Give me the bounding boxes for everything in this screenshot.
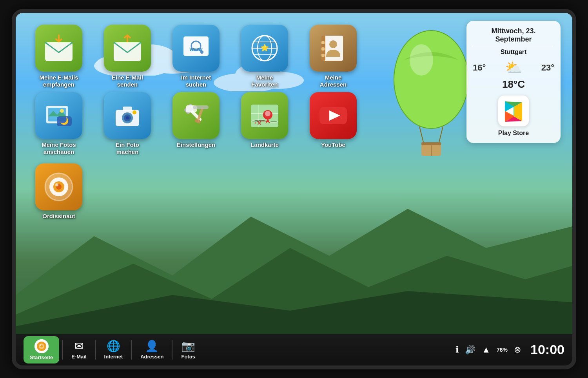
app-camera[interactable]: Ein Fotomachen [96, 92, 159, 156]
svg-point-43 [126, 116, 129, 119]
weather-date: Mittwoch, 23. September [473, 27, 554, 43]
weather-current-temp: 18°C [473, 78, 554, 90]
svg-point-45 [132, 110, 136, 114]
taskbar-email[interactable]: ✉ E-Mail [66, 337, 92, 362]
play-store-icon[interactable] [498, 95, 529, 127]
weather-divider [473, 46, 554, 46]
taskbar-divider-2 [95, 340, 96, 360]
app-photos[interactable]: 🌙 Meine Fotosanschauen [27, 92, 90, 156]
svg-text:⭐: ⭐ [260, 43, 269, 52]
app-ordissinaut[interactable]: Ordissinaut [27, 163, 90, 220]
app-label-ordissinaut: Ordissinaut [42, 213, 75, 220]
play-store-section[interactable]: Play Store [473, 95, 554, 137]
app-favorites[interactable]: ⭐ MeineFavoriten [233, 25, 296, 88]
app-icon-email-recv [35, 25, 82, 72]
app-icon-camera [104, 92, 151, 139]
weather-widget: Mittwoch, 23. September Stuttgart 16° ⛅ … [466, 21, 561, 143]
app-icon-ordissinaut [35, 163, 82, 210]
app-label-youtube: YouTube [321, 141, 345, 148]
temp-high: 23° [541, 63, 554, 73]
svg-rect-44 [123, 107, 132, 111]
svg-point-37 [60, 109, 64, 113]
taskbar-photos-icon: 📷 [181, 340, 195, 353]
app-youtube[interactable]: YouTube [302, 92, 365, 148]
taskbar-divider-4 [172, 340, 172, 360]
app-settings[interactable]: Einstellungen [165, 92, 227, 148]
app-icon-photos: 🌙 [35, 92, 82, 139]
app-label-contacts: MeineAdressen [320, 74, 347, 88]
app-internet[interactable]: www Im Internetsuchen [165, 25, 227, 88]
volume-icon[interactable]: 🔊 [465, 345, 475, 355]
wifi-icon: ▲ [482, 345, 490, 355]
app-label-settings: Einstellungen [177, 141, 215, 148]
taskbar-photos-label: Fotos [181, 354, 195, 360]
app-label-maps: Landkarte [250, 141, 279, 148]
taskbar-divider-3 [131, 340, 132, 360]
app-label-internet: Im Internetsuchen [181, 74, 211, 88]
taskbar-divider-1 [62, 340, 63, 360]
svg-rect-34 [321, 54, 325, 57]
app-icon-email-send [104, 25, 151, 72]
screen: Mittwoch, 23. September Stuttgart 16° ⛅ … [16, 13, 572, 365]
taskbar-left: Startseite ✉ E-Mail 🌐 Internet [24, 336, 201, 364]
taskbar-right: ℹ 🔊 ▲ 76% ⊗ 10:00 [456, 342, 564, 357]
taskbar-contacts-label: Adressen [140, 354, 163, 360]
svg-text:🌙: 🌙 [60, 117, 69, 125]
taskbar-email-label: E-Mail [71, 354, 86, 360]
app-icon-internet: www [172, 25, 220, 72]
svg-rect-51 [193, 105, 209, 109]
app-maps[interactable]: ✕ Landkarte [233, 92, 296, 148]
weather-city: Stuttgart [473, 49, 554, 56]
app-label-email-send: Eine E-Mailsenden [112, 74, 143, 88]
svg-point-31 [329, 40, 337, 48]
temp-low: 16° [473, 63, 486, 73]
info-icon[interactable]: ℹ [456, 345, 459, 355]
app-contacts[interactable]: MeineAdressen [302, 25, 365, 88]
weather-temps: 16° ⛅ 23° [473, 60, 554, 76]
clock: 10:00 [530, 342, 564, 357]
app-label-photos: Meine Fotosanschauen [42, 141, 76, 156]
sos-icon[interactable]: ⊗ [514, 345, 521, 355]
play-store-logo [502, 99, 525, 123]
app-icon-settings [172, 92, 220, 139]
taskbar-email-icon: ✉ [74, 340, 83, 353]
app-icon-favorites: ⭐ [241, 25, 288, 72]
svg-rect-33 [321, 47, 325, 51]
taskbar-internet-icon: 🌐 [107, 340, 120, 353]
weather-icon: ⛅ [505, 60, 523, 76]
svg-rect-32 [321, 41, 325, 44]
taskbar-home-label: Startseite [30, 354, 53, 360]
svg-point-62 [55, 183, 58, 186]
device: Mittwoch, 23. September Stuttgart 16° ⛅ … [12, 9, 576, 369]
taskbar-home-icon [34, 339, 49, 353]
app-label-favorites: MeineFavoriten [251, 74, 278, 88]
taskbar: Startseite ✉ E-Mail 🌐 Internet [16, 334, 572, 365]
battery-indicator: 76% [497, 347, 508, 353]
app-email-send[interactable]: Eine E-Mailsenden [96, 25, 159, 88]
app-label-email-recv: Meine E-Mailsempfangen [39, 74, 78, 88]
taskbar-home-button[interactable]: Startseite [24, 336, 59, 364]
svg-point-54 [265, 111, 270, 116]
taskbar-internet-label: Internet [104, 354, 123, 360]
svg-point-66 [40, 344, 41, 346]
taskbar-photos[interactable]: 📷 Fotos [176, 337, 200, 362]
app-label-camera: Ein Fotomachen [116, 141, 139, 156]
play-store-label: Play Store [498, 130, 529, 137]
taskbar-contacts[interactable]: 👤 Adressen [135, 337, 169, 362]
app-icon-contacts [310, 25, 357, 72]
app-email-recv[interactable]: Meine E-Mailsempfangen [27, 25, 90, 88]
app-icon-youtube [310, 92, 357, 139]
app-row-3: Ordissinaut [27, 163, 561, 220]
taskbar-contacts-icon: 👤 [145, 340, 159, 353]
taskbar-internet[interactable]: 🌐 Internet [99, 337, 129, 362]
app-icon-maps: ✕ [241, 92, 288, 139]
